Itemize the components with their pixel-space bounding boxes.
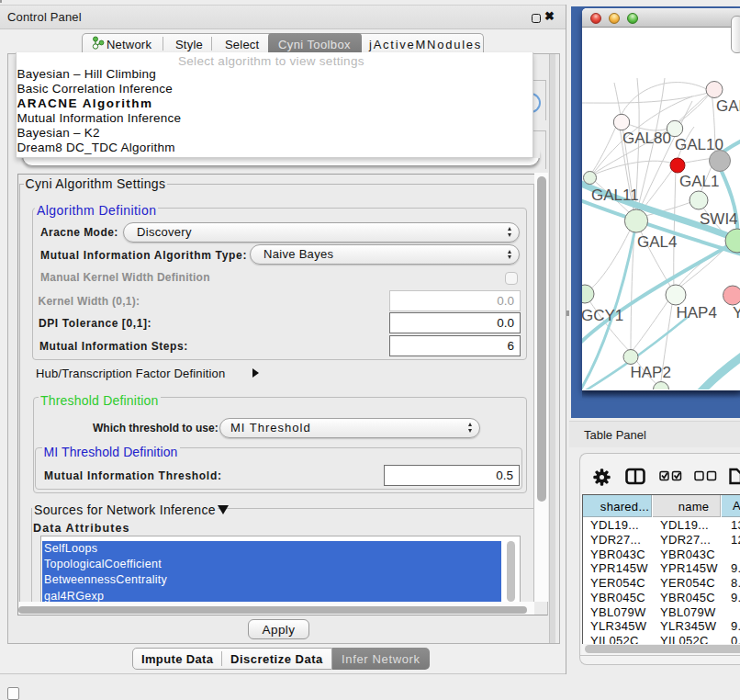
svg-text:HAP4: HAP4 — [677, 304, 717, 322]
svg-text:Y: Y — [733, 304, 740, 322]
svg-text:GCY1: GCY1 — [582, 307, 623, 324]
svg-text:GAL80: GAL80 — [622, 130, 671, 147]
svg-text:GAL11: GAL11 — [591, 186, 639, 204]
svg-text:HAP2: HAP2 — [631, 364, 671, 381]
svg-text:GAL10: GAL10 — [675, 136, 723, 153]
svg-text:GAL1: GAL1 — [679, 173, 719, 190]
svg-text:GAL: GAL — [716, 97, 740, 115]
svg-text:SWI4: SWI4 — [700, 210, 738, 228]
svg-text:GAL4: GAL4 — [637, 233, 677, 251]
